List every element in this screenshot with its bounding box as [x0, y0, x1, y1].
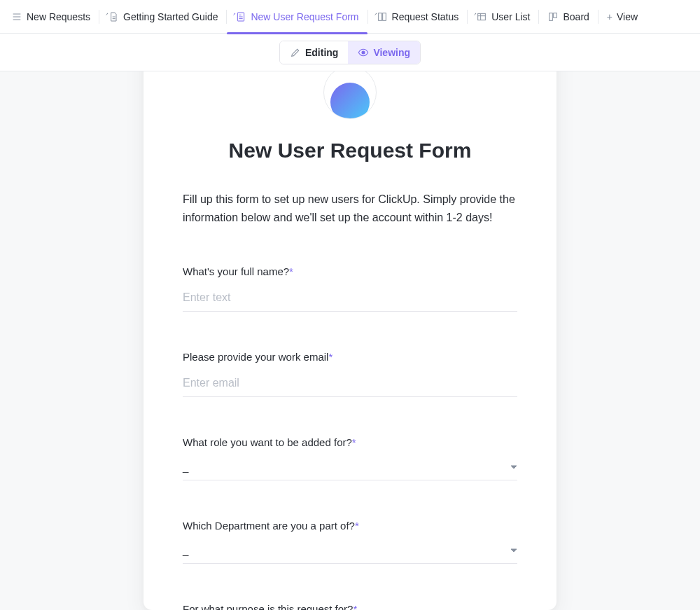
- required-star: *: [328, 351, 332, 363]
- field-full-name: What's your full name?*: [183, 265, 517, 312]
- tab-label: View: [617, 11, 638, 22]
- tabs-bar: New Requests Getting Started Guide New U…: [0, 0, 700, 34]
- field-purpose: For what purpose is this request for?*: [183, 603, 517, 610]
- gradient-blob-icon: [330, 83, 370, 119]
- svg-rect-2: [382, 13, 386, 20]
- form-description: Fill up this form to set up new users fo…: [183, 190, 517, 226]
- field-role: What role you want to be added for?* _: [183, 436, 517, 480]
- tab-user-list[interactable]: User List: [468, 0, 538, 34]
- editing-button[interactable]: Editing: [280, 41, 348, 64]
- field-label: Which Department are you a part of?*: [183, 520, 517, 532]
- chevron-down-icon: [510, 547, 517, 554]
- required-star: *: [289, 265, 293, 277]
- form-canvas: New User Request Form Fill up this form …: [0, 71, 700, 610]
- field-label: For what purpose is this request for?*: [183, 603, 517, 610]
- tab-request-status[interactable]: Request Status: [368, 0, 468, 34]
- tab-label: Board: [563, 11, 589, 22]
- pin-icon: [104, 8, 111, 14]
- tab-new-user-request-form[interactable]: New User Request Form: [227, 0, 367, 34]
- required-star: *: [353, 603, 357, 610]
- eye-icon: [358, 47, 369, 58]
- full-name-input[interactable]: [183, 287, 517, 312]
- pin-icon: [373, 8, 379, 14]
- field-label: What's your full name?*: [183, 265, 517, 277]
- tab-getting-started[interactable]: Getting Started Guide: [99, 0, 226, 34]
- plus-icon: +: [607, 11, 612, 22]
- pin-icon: [232, 8, 238, 14]
- viewing-label: Viewing: [373, 47, 410, 58]
- svg-rect-5: [554, 13, 557, 18]
- tab-new-requests[interactable]: New Requests: [3, 0, 99, 34]
- department-select[interactable]: _: [183, 541, 517, 564]
- mode-segmented-control: Editing Viewing: [279, 41, 421, 64]
- svg-rect-4: [550, 13, 553, 20]
- editing-label: Editing: [305, 47, 338, 58]
- field-work-email: Please provide your work email*: [183, 351, 517, 397]
- tab-label: User List: [491, 11, 530, 22]
- chevron-down-icon: [510, 464, 517, 471]
- tab-label: Getting Started Guide: [123, 11, 218, 22]
- work-email-input[interactable]: [183, 373, 517, 397]
- pin-icon: [472, 8, 479, 14]
- tab-label: New User Request Form: [251, 11, 358, 22]
- field-department: Which Department are you a part of?* _: [183, 520, 517, 564]
- form-icon: [235, 11, 246, 22]
- tab-label: Request Status: [392, 11, 459, 22]
- svg-point-6: [362, 51, 365, 54]
- svg-rect-3: [478, 13, 486, 20]
- required-star: *: [352, 436, 356, 448]
- field-label: Please provide your work email*: [183, 351, 517, 363]
- mode-bar: Editing Viewing: [0, 34, 700, 71]
- list-icon: [11, 11, 22, 22]
- board-icon: [547, 11, 559, 22]
- tab-add-view[interactable]: + View: [598, 0, 646, 34]
- select-value: _: [183, 461, 189, 473]
- pencil-icon: [290, 47, 301, 58]
- tab-board[interactable]: Board: [539, 0, 597, 34]
- status-icon: [377, 11, 388, 22]
- role-select[interactable]: _: [183, 458, 517, 480]
- form-title: New User Request Form: [183, 139, 517, 162]
- field-label: What role you want to be added for?*: [183, 436, 517, 448]
- table-icon: [476, 11, 487, 22]
- viewing-button[interactable]: Viewing: [348, 41, 420, 64]
- tab-label: New Requests: [27, 11, 90, 22]
- form-avatar: [323, 71, 377, 119]
- select-value: _: [183, 544, 189, 556]
- form-card: New User Request Form Fill up this form …: [144, 71, 556, 610]
- doc-icon: [108, 11, 119, 22]
- required-star: *: [355, 520, 359, 532]
